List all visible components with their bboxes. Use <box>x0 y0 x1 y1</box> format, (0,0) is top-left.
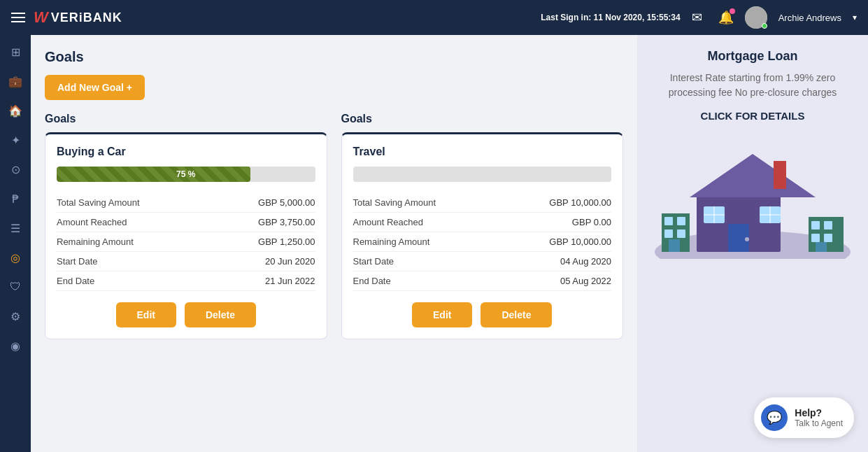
detail-row-remaining-1: Remaining Amount GBP 1,250.00 <box>57 232 315 252</box>
sidebar-item-statements[interactable]: ☰ <box>6 218 25 238</box>
help-chat-icon: 💬 <box>761 404 788 431</box>
label-start-1: Start Date <box>57 256 98 267</box>
promo-cta[interactable]: CLICK FOR DETAILS <box>701 110 805 122</box>
goal-card-travel: Travel Total Saving Amount GBP 10,000.00… <box>341 132 624 339</box>
svg-rect-3 <box>774 161 786 189</box>
sidebar-item-dashboard[interactable]: ⊞ <box>6 42 25 62</box>
goals-sections: Goals Buying a Car 75 % Total Saving Amo… <box>45 113 623 339</box>
delete-button-travel[interactable]: Delete <box>481 302 552 327</box>
detail-row-end-2: End Date 05 Aug 2022 <box>353 271 612 291</box>
svg-rect-13 <box>664 217 673 225</box>
help-title: Help? <box>795 407 843 418</box>
header-left: W VERiBANK <box>11 8 122 27</box>
logo-v-icon: W <box>34 8 48 27</box>
value-start-2: 04 Aug 2020 <box>560 256 611 267</box>
detail-row-total-saving-2: Total Saving Amount GBP 10,000.00 <box>353 193 612 213</box>
help-bubble[interactable]: 💬 Help? Talk to Agent <box>754 397 854 438</box>
last-signin-label: Last Sign in: 11 Nov 2020, 15:55:34 <box>541 13 680 22</box>
value-start-1: 20 Jun 2020 <box>265 256 315 267</box>
logo: W VERiBANK <box>34 8 122 27</box>
promo-text: Interest Rate starting from 1.99% zero p… <box>651 71 854 100</box>
goal-details-car: Total Saving Amount GBP 5,000.00 Amount … <box>57 193 315 291</box>
add-goal-button[interactable]: Add New Goal + <box>45 75 145 100</box>
svg-marker-2 <box>690 154 816 197</box>
sidebar: ⊞ 💼 🏠 ✦ ⊙ ₱ ☰ ◎ 🛡 ⚙ ◉ <box>0 35 31 452</box>
sidebar-item-transfer[interactable]: ✦ <box>6 130 25 150</box>
sidebar-item-security[interactable]: 🛡 <box>6 277 25 297</box>
value-remaining-2: GBP 10,000.00 <box>549 236 611 247</box>
progress-bar-travel <box>353 167 612 182</box>
detail-row-amount-reached-1: Amount Reached GBP 3,750.00 <box>57 213 315 232</box>
svg-rect-20 <box>824 221 832 229</box>
detail-row-end-1: End Date 21 Jun 2022 <box>57 271 315 291</box>
goals-section-2-title: Goals <box>341 113 624 125</box>
label-start-2: Start Date <box>353 256 394 267</box>
label-end-1: End Date <box>57 276 94 286</box>
header-right: Last Sign in: 11 Nov 2020, 15:55:34 ✉ 🔔 … <box>541 6 857 29</box>
page-title: Goals <box>45 49 623 65</box>
avatar[interactable] <box>745 6 767 29</box>
svg-rect-17 <box>669 239 680 252</box>
house-illustration <box>655 133 851 259</box>
value-total-saving-1: GBP 5,000.00 <box>258 197 315 208</box>
edit-button-car[interactable]: Edit <box>116 302 176 327</box>
label-remaining-2: Remaining Amount <box>353 236 430 247</box>
value-end-1: 21 Jun 2022 <box>265 276 315 286</box>
sidebar-item-profile[interactable]: ◉ <box>6 336 25 355</box>
header: W VERiBANK Last Sign in: 11 Nov 2020, 15… <box>0 0 868 35</box>
label-total-saving-2: Total Saving Amount <box>353 197 436 208</box>
svg-rect-21 <box>811 234 820 242</box>
label-amount-reached-1: Amount Reached <box>57 217 127 227</box>
detail-row-start-2: Start Date 04 Aug 2020 <box>353 252 612 271</box>
sidebar-item-accounts[interactable]: 💼 <box>6 71 25 91</box>
detail-row-start-1: Start Date 20 Jun 2020 <box>57 252 315 271</box>
detail-row-amount-reached-2: Amount Reached GBP 0.00 <box>353 213 612 232</box>
menu-button[interactable] <box>11 13 25 22</box>
progress-label-car: 75 % <box>57 167 315 182</box>
logo-text: VERiBANK <box>51 10 122 25</box>
detail-row-total-saving-1: Total Saving Amount GBP 5,000.00 <box>57 193 315 213</box>
svg-point-5 <box>745 237 749 241</box>
label-remaining-1: Remaining Amount <box>57 236 134 247</box>
notification-dot <box>730 8 735 14</box>
promo-title: Mortgage Loan <box>708 49 798 64</box>
goals-section-2: Goals Travel Total Saving Amount GBP 10,… <box>341 113 624 339</box>
goal-details-travel: Total Saving Amount GBP 10,000.00 Amount… <box>353 193 612 291</box>
right-panel: Mortgage Loan Interest Rate starting fro… <box>637 35 868 452</box>
value-end-2: 05 Aug 2022 <box>560 276 611 286</box>
svg-rect-16 <box>677 229 685 238</box>
user-name[interactable]: Archie Andrews <box>778 13 841 23</box>
label-total-saving-1: Total Saving Amount <box>57 197 140 208</box>
sidebar-item-settings[interactable]: ⚙ <box>6 306 25 326</box>
svg-rect-23 <box>816 242 827 252</box>
svg-rect-15 <box>664 229 673 238</box>
svg-rect-22 <box>824 234 832 242</box>
online-status-dot <box>762 23 767 29</box>
user-chevron-icon: ▾ <box>853 13 857 22</box>
sidebar-item-payments[interactable]: ₱ <box>6 189 25 209</box>
sidebar-item-goals[interactable]: ◎ <box>6 248 25 267</box>
label-end-2: End Date <box>353 276 391 286</box>
sidebar-item-savings[interactable]: ⊙ <box>6 160 25 179</box>
main-content: Goals Add New Goal + Goals Buying a Car … <box>31 35 637 452</box>
notification-icon[interactable]: 🔔 <box>718 10 734 25</box>
value-amount-reached-2: GBP 0.00 <box>572 217 611 227</box>
detail-row-remaining-2: Remaining Amount GBP 10,000.00 <box>353 232 612 252</box>
goal-card-car: Buying a Car 75 % Total Saving Amount GB… <box>45 132 327 339</box>
sidebar-item-home[interactable]: 🏠 <box>6 101 25 120</box>
goal-actions-travel: Edit Delete <box>353 302 612 327</box>
label-amount-reached-2: Amount Reached <box>353 217 423 227</box>
goals-section-1-title: Goals <box>45 113 327 125</box>
goals-section-1: Goals Buying a Car 75 % Total Saving Amo… <box>45 113 327 339</box>
help-subtitle: Talk to Agent <box>795 418 843 428</box>
svg-rect-14 <box>677 217 685 225</box>
svg-rect-19 <box>811 221 820 229</box>
delete-button-car[interactable]: Delete <box>185 302 256 327</box>
value-total-saving-2: GBP 10,000.00 <box>549 197 611 208</box>
goal-name-travel: Travel <box>353 146 612 158</box>
mail-icon[interactable]: ✉ <box>692 10 707 25</box>
edit-button-travel[interactable]: Edit <box>412 302 472 327</box>
help-text: Help? Talk to Agent <box>795 407 843 428</box>
value-remaining-1: GBP 1,250.00 <box>258 236 315 247</box>
goal-name-car: Buying a Car <box>57 146 315 158</box>
